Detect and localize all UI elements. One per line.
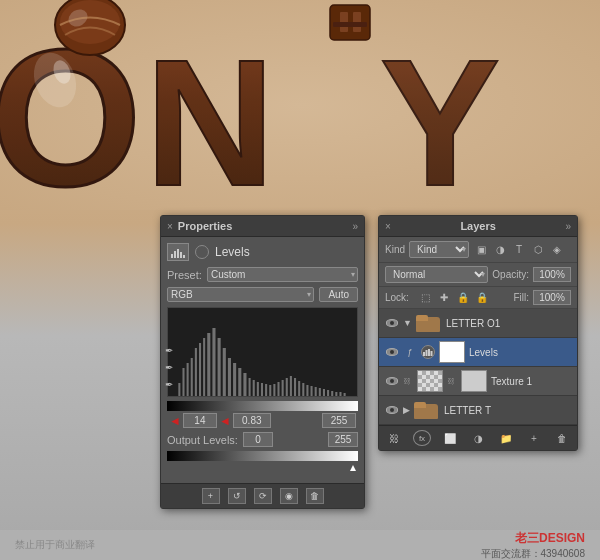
layer-visibility-o1[interactable] (385, 316, 399, 330)
blend-mode-select[interactable]: Normal Multiply Screen (385, 266, 488, 283)
auto-button[interactable]: Auto (319, 287, 358, 302)
opacity-input[interactable] (533, 267, 571, 282)
preset-select[interactable]: Custom Default Darker Increase Contrast … (207, 267, 358, 282)
blend-opacity-row: Normal Multiply Screen Opacity: (379, 263, 577, 287)
layer-name-texture1: Texture 1 (491, 376, 571, 387)
link-layers-btn[interactable]: ⛓ (385, 430, 403, 446)
layer-item-texture1[interactable]: ⛓ ⛓ Texture 1 (379, 367, 577, 396)
reset-btn[interactable]: ↺ (228, 488, 246, 504)
svg-rect-19 (178, 383, 180, 396)
layers-close-btn[interactable]: × (385, 221, 391, 232)
output-levels-row: Output Levels: (167, 432, 358, 447)
histogram-display (167, 307, 358, 397)
add-folder-btn[interactable]: 📁 (497, 430, 515, 446)
gray-eyedropper-btn[interactable]: ✒ (162, 360, 176, 374)
svg-rect-54 (331, 391, 333, 396)
folder-icon-o1 (416, 312, 442, 332)
pixel-filter-icon[interactable]: ▣ (473, 243, 489, 257)
lock-position-btn[interactable]: ✚ (436, 291, 452, 305)
black-point-arrow[interactable]: ◄ (169, 415, 181, 427)
history-btn[interactable]: ⟳ (254, 488, 272, 504)
lock-artboard-btn[interactable]: 🔒 (455, 291, 471, 305)
eye-icon-levels (386, 348, 398, 356)
svg-rect-41 (277, 382, 279, 396)
layer-item-letter-t[interactable]: ▶ LETTER T (379, 396, 577, 425)
svg-rect-40 (273, 384, 275, 396)
watermark-brand: 老三DESIGN 平面交流群：43940608 (481, 530, 586, 561)
midtone-arrow[interactable]: ◄ (219, 415, 231, 427)
preview-btn[interactable]: ◉ (280, 488, 298, 504)
lock-all-btn[interactable]: 🔒 (474, 291, 490, 305)
svg-rect-14 (174, 251, 176, 258)
delete-layer-btn[interactable]: 🗑 (553, 430, 571, 446)
lock-pixels-btn[interactable]: ⬚ (417, 291, 433, 305)
new-layer-btn[interactable]: + (525, 430, 543, 446)
layers-panel-title: Layers (460, 220, 495, 232)
watermark-bar: 禁止用于商业翻译 老三DESIGN 平面交流群：43940608 (0, 530, 600, 560)
svg-rect-36 (257, 382, 259, 396)
expand-arrow-t[interactable]: ▶ (403, 405, 410, 415)
properties-close-btn[interactable]: × (167, 221, 173, 232)
add-mask-btn[interactable]: ⬜ (441, 430, 459, 446)
svg-rect-45 (294, 378, 296, 396)
svg-rect-47 (302, 383, 304, 396)
kind-label: Kind (385, 244, 405, 255)
folder-thumb-o1 (416, 312, 442, 334)
svg-rect-43 (286, 378, 288, 396)
layers-collapse-btn[interactable]: » (565, 221, 571, 232)
channel-select[interactable]: RGB Red Green Blue (167, 287, 314, 302)
channel-select-wrapper: RGB Red Green Blue (167, 287, 314, 302)
expand-arrow-o1[interactable]: ▼ (403, 318, 412, 328)
svg-rect-38 (265, 384, 267, 396)
properties-panel-header: × Properties » (161, 216, 364, 237)
blend-mode-wrapper: Normal Multiply Screen (385, 266, 488, 283)
fill-input[interactable] (533, 290, 571, 305)
properties-header-left: × Properties (167, 220, 232, 232)
layers-kind-row: Kind Kind ▣ ◑ T ⬡ ◈ (379, 237, 577, 263)
kind-select[interactable]: Kind (409, 241, 469, 258)
preset-row: Preset: Custom Default Darker Increase C… (167, 267, 358, 282)
white-point-input[interactable] (322, 413, 356, 428)
white-eyedropper-btn[interactable]: ✒ (162, 377, 176, 391)
delete-btn[interactable]: 🗑 (306, 488, 324, 504)
output-slider-row (167, 463, 358, 473)
svg-rect-28 (218, 338, 221, 396)
gamma-input[interactable] (233, 413, 271, 428)
brand-sub: 平面交流群：43940608 (481, 547, 586, 561)
type-filter-icon[interactable]: T (511, 243, 527, 257)
svg-rect-15 (177, 249, 179, 258)
output-white-triangle[interactable] (350, 465, 356, 471)
properties-collapse-btn[interactable]: » (352, 221, 358, 232)
svg-rect-49 (311, 386, 313, 396)
shape-filter-icon[interactable]: ⬡ (530, 243, 546, 257)
output-black-input[interactable] (243, 432, 273, 447)
add-adjustment-btn[interactable]: ◑ (469, 430, 487, 446)
adjustment-filter-icon[interactable]: ◑ (492, 243, 508, 257)
preset-select-wrapper: Custom Default Darker Increase Contrast … (207, 267, 358, 282)
layer-visibility-t[interactable] (385, 403, 399, 417)
levels-hist-thumb (421, 345, 435, 359)
link-icon-texture1[interactable]: ⛓ (447, 377, 457, 386)
levels-histogram-icon (167, 243, 189, 261)
output-white-input[interactable] (328, 432, 358, 447)
black-point-input[interactable] (183, 413, 217, 428)
svg-text:N: N (145, 22, 275, 210)
canvas-artwork: O N Y (0, 0, 600, 210)
levels-visibility-toggle[interactable] (195, 245, 209, 259)
new-layer-btn[interactable]: + (202, 488, 220, 504)
kind-select-wrapper: Kind (409, 241, 469, 258)
fill-label: Fill: (513, 292, 529, 303)
smart-filter-icon[interactable]: ◈ (549, 243, 565, 257)
layer-fx-btn[interactable]: fx (413, 430, 431, 446)
black-eyedropper-btn[interactable]: ✒ (162, 343, 176, 357)
svg-rect-35 (253, 380, 255, 396)
layer-visibility-texture1[interactable] (385, 374, 399, 388)
layer-item-levels[interactable]: ƒ Levels (379, 338, 577, 367)
adjustment-icon-levels: ƒ (403, 345, 417, 359)
svg-rect-13 (171, 254, 173, 258)
layer-visibility-levels[interactable] (385, 345, 399, 359)
layer-item-letter-o1[interactable]: ▼ LETTER O1 (379, 309, 577, 338)
properties-panel-body: Levels Preset: Custom Default Darker Inc… (161, 237, 364, 483)
kind-filter-icons: ▣ ◑ T ⬡ ◈ (473, 243, 565, 257)
svg-rect-58 (423, 352, 425, 356)
